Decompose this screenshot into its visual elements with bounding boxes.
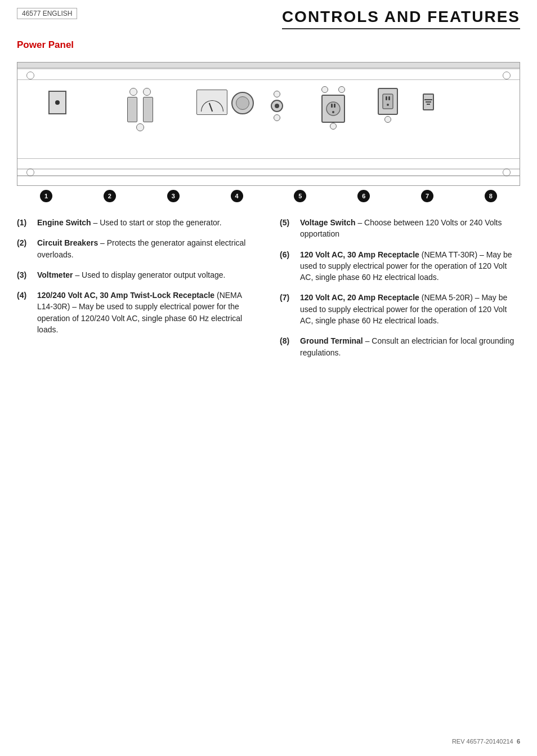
- desc-num-7: (7): [280, 292, 300, 326]
- panel-diagram: 1 2 3 4 5 6 7 8: [17, 62, 520, 186]
- svg-rect-2: [334, 104, 335, 108]
- desc-num-8: (8): [280, 335, 300, 358]
- twist-lock-inner: [236, 96, 249, 110]
- svg-rect-5: [386, 96, 387, 100]
- desc-text-8: Ground Terminal – Consult an electrician…: [300, 335, 520, 358]
- section-title: Power Panel: [0, 29, 537, 56]
- outlet-face-svg: [325, 100, 342, 117]
- num-label-1: 1: [40, 190, 52, 202]
- num-label-7: 7: [421, 190, 433, 202]
- ground-line-3: [427, 104, 430, 105]
- num-label-8: 8: [485, 190, 497, 202]
- voltmeter-icon: [196, 90, 227, 115]
- twist-lock-icon: [231, 92, 254, 114]
- hline-3: [17, 158, 520, 159]
- page-footer: REV 46577-20140214 6: [452, 738, 520, 745]
- voltage-switch-comp: [271, 91, 283, 121]
- desc-right-col: (5) Voltage Switch – Choose between 120 …: [280, 217, 520, 367]
- footer-page: 6: [517, 738, 520, 745]
- desc-text-3: Voltmeter – Used to display generator ou…: [37, 269, 257, 281]
- outlet-20-svg: [381, 93, 395, 110]
- desc-bold-4: 120/240 Volt AC, 30 Amp Twist-Lock Recep…: [37, 291, 214, 300]
- engine-switch-comp: [48, 91, 66, 114]
- desc-text-5: Voltage Switch – Choose between 120 Volt…: [300, 217, 520, 240]
- outlet-bottom-circle: [330, 123, 337, 130]
- receptacle-120-30-comp: [321, 86, 345, 123]
- desc-num-1: (1): [17, 217, 37, 228]
- voltmeter-comp: [196, 90, 227, 115]
- corner-br: [503, 168, 511, 176]
- desc-num-6: (6): [280, 249, 300, 283]
- svg-point-0: [326, 102, 340, 115]
- ground-line-2: [426, 101, 431, 103]
- num-label-3: 3: [167, 190, 180, 202]
- num-label-6: 6: [357, 190, 370, 202]
- desc-text-1: Engine Switch – Used to start or stop th…: [37, 217, 257, 228]
- desc-left-col: (1) Engine Switch – Used to start or sto…: [17, 217, 257, 367]
- num-label-4: 4: [231, 190, 243, 202]
- outlet-20-bottom-circle: [384, 116, 391, 123]
- svg-rect-1: [331, 104, 333, 108]
- desc-item-1: (1) Engine Switch – Used to start or sto…: [17, 217, 257, 228]
- engine-switch-icon: [48, 91, 66, 114]
- desc-bold-5: Voltage Switch: [300, 218, 356, 227]
- number-labels: 1 2 3 4 5 6 7 8: [17, 190, 520, 202]
- receptacle-120-30-face: [321, 95, 345, 123]
- desc-item-3: (3) Voltmeter – Used to display generato…: [17, 269, 257, 281]
- desc-num-4: (4): [17, 290, 37, 335]
- doc-number: 46577 ENGLISH: [17, 8, 77, 19]
- ground-terminal-icon: [423, 94, 434, 110]
- desc-bold-8: Ground Terminal: [300, 336, 363, 345]
- volt-switch-bottom: [274, 114, 280, 121]
- svg-rect-4: [383, 94, 393, 109]
- desc-num-5: (5): [280, 217, 300, 240]
- desc-text-4: 120/240 Volt AC, 30 Amp Twist-Lock Recep…: [37, 290, 257, 335]
- page-title-block: CONTROLS AND FEATURES: [282, 8, 520, 29]
- outlet-top-circle-2: [338, 86, 345, 93]
- breaker-1: [127, 97, 137, 122]
- hline-2: [17, 79, 520, 80]
- hline-1: [17, 68, 520, 69]
- desc-item-7: (7) 120 Volt AC, 20 Amp Receptacle (NEMA…: [280, 292, 520, 326]
- desc-bold-7: 120 Volt AC, 20 Amp Receptacle: [300, 293, 419, 302]
- desc-bold-3: Voltmeter: [37, 270, 73, 279]
- ground-symbol: [424, 99, 432, 105]
- circuit-breakers-comp: [127, 88, 153, 131]
- desc-item-4: (4) 120/240 Volt AC, 30 Amp Twist-Lock R…: [17, 290, 257, 335]
- volt-switch-inner: [275, 104, 279, 108]
- page-header: 46577 ENGLISH CONTROLS AND FEATURES: [0, 0, 537, 29]
- desc-text-6: 120 Volt AC, 30 Amp Receptacle (NEMA TT-…: [300, 249, 520, 283]
- svg-rect-6: [388, 96, 390, 100]
- page-title: CONTROLS AND FEATURES: [282, 8, 520, 26]
- ground-line-1: [424, 99, 432, 100]
- hline-4: [17, 168, 520, 170]
- engine-switch-dot: [55, 100, 60, 105]
- desc-bold-1: Engine Switch: [37, 218, 91, 227]
- desc-bold-6: 120 Volt AC, 30 Amp Receptacle: [300, 250, 419, 259]
- corner-bl: [26, 168, 34, 176]
- desc-num-2: (2): [17, 237, 37, 260]
- title-underline: [282, 28, 520, 29]
- descriptions: (1) Engine Switch – Used to start or sto…: [17, 217, 520, 367]
- ground-terminal-comp: [423, 94, 434, 110]
- desc-num-3: (3): [17, 269, 37, 281]
- panel-top-bar: [17, 63, 520, 68]
- twist-lock-comp: [231, 92, 254, 114]
- desc-item-5: (5) Voltage Switch – Choose between 120 …: [280, 217, 520, 240]
- breaker-top-circle-1: [129, 88, 137, 96]
- desc-text-7: 120 Volt AC, 20 Amp Receptacle (NEMA 5-2…: [300, 292, 520, 326]
- breaker-2: [143, 97, 153, 122]
- corner-tr: [503, 72, 511, 79]
- receptacle-120-20-comp: [378, 88, 398, 123]
- breaker-bottom-circle: [136, 123, 144, 131]
- num-label-2: 2: [104, 190, 116, 202]
- hline-5: [17, 175, 520, 176]
- desc-text-2: Circuit Breakers – Protects the generato…: [37, 237, 257, 260]
- corner-tl: [26, 72, 34, 79]
- desc-bold-2: Circuit Breakers: [37, 238, 98, 247]
- svg-point-7: [387, 104, 389, 106]
- desc-item-8: (8) Ground Terminal – Consult an electri…: [280, 335, 520, 358]
- outlet-top-circle-1: [321, 86, 328, 93]
- desc-item-6: (6) 120 Volt AC, 30 Amp Receptacle (NEMA…: [280, 249, 520, 283]
- svg-point-3: [332, 111, 334, 113]
